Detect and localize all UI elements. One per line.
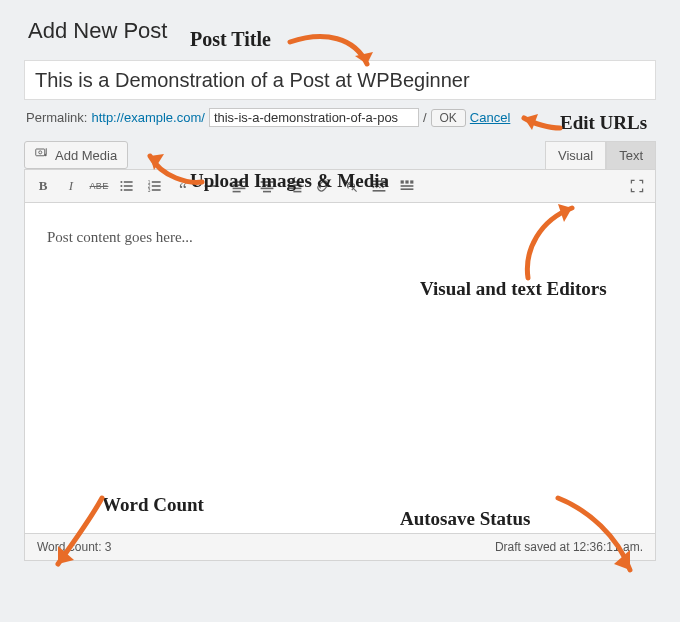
editor-toolbar: B I ABE 123 “ bbox=[25, 170, 655, 203]
svg-rect-6 bbox=[124, 185, 133, 187]
permalink-bar: Permalink: http://example.com/ / OK Canc… bbox=[26, 108, 654, 127]
strikethrough-button[interactable]: ABE bbox=[85, 174, 113, 198]
svg-point-5 bbox=[120, 185, 122, 187]
svg-rect-27 bbox=[293, 191, 301, 193]
svg-rect-17 bbox=[233, 184, 241, 186]
editor-status-bar: Word count: 3 Draft saved at 12:36:11 am… bbox=[25, 533, 655, 560]
svg-rect-25 bbox=[293, 184, 301, 186]
svg-rect-21 bbox=[263, 184, 271, 186]
insert-more-button[interactable] bbox=[365, 174, 393, 198]
numbered-list-button[interactable]: 123 bbox=[141, 174, 169, 198]
permalink-base-url: http://example.com/ bbox=[91, 110, 204, 125]
svg-rect-22 bbox=[261, 188, 274, 190]
svg-text:3: 3 bbox=[148, 188, 151, 193]
permalink-cancel-link[interactable]: Cancel bbox=[470, 110, 510, 125]
horizontal-rule-button[interactable] bbox=[197, 174, 225, 198]
remove-link-button[interactable] bbox=[337, 174, 365, 198]
svg-rect-8 bbox=[124, 189, 133, 191]
svg-rect-33 bbox=[401, 180, 404, 183]
svg-rect-12 bbox=[152, 185, 161, 187]
svg-rect-35 bbox=[410, 180, 413, 183]
toolbar-toggle-button[interactable] bbox=[393, 174, 421, 198]
page-heading: Add New Post bbox=[28, 18, 656, 44]
bulleted-list-button[interactable] bbox=[113, 174, 141, 198]
camera-music-icon bbox=[35, 146, 50, 164]
svg-rect-18 bbox=[233, 188, 246, 190]
svg-point-2 bbox=[44, 154, 46, 156]
permalink-slash: / bbox=[423, 110, 427, 125]
svg-rect-30 bbox=[373, 184, 386, 186]
svg-point-7 bbox=[120, 189, 122, 191]
svg-rect-36 bbox=[401, 185, 414, 187]
bold-button[interactable]: B bbox=[29, 174, 57, 198]
svg-rect-14 bbox=[152, 189, 161, 191]
svg-rect-32 bbox=[373, 190, 386, 192]
permalink-slug-input[interactable] bbox=[209, 108, 419, 127]
fullscreen-button[interactable] bbox=[623, 174, 651, 198]
svg-rect-24 bbox=[289, 181, 302, 183]
tab-visual[interactable]: Visual bbox=[545, 141, 606, 169]
svg-rect-0 bbox=[36, 149, 45, 156]
svg-rect-4 bbox=[124, 181, 133, 183]
add-media-label: Add Media bbox=[55, 148, 117, 163]
align-center-button[interactable] bbox=[253, 174, 281, 198]
svg-rect-26 bbox=[289, 188, 302, 190]
permalink-label: Permalink: bbox=[26, 110, 87, 125]
insert-link-button[interactable] bbox=[309, 174, 337, 198]
svg-rect-29 bbox=[373, 180, 386, 182]
permalink-ok-button[interactable]: OK bbox=[431, 109, 466, 127]
italic-button[interactable]: I bbox=[57, 174, 85, 198]
editor-tabs: Visual Text bbox=[545, 141, 656, 169]
svg-rect-37 bbox=[401, 188, 414, 190]
word-count-text: Word count: 3 bbox=[37, 540, 111, 554]
svg-rect-10 bbox=[152, 181, 161, 183]
svg-point-1 bbox=[39, 151, 42, 154]
svg-rect-16 bbox=[233, 181, 246, 183]
svg-rect-23 bbox=[263, 191, 271, 193]
tab-text[interactable]: Text bbox=[606, 141, 656, 169]
editor: B I ABE 123 “ bbox=[24, 169, 656, 561]
post-content-editor[interactable]: Post content goes here... bbox=[25, 203, 655, 533]
align-right-button[interactable] bbox=[281, 174, 309, 198]
post-title-input[interactable] bbox=[24, 60, 656, 100]
svg-rect-20 bbox=[261, 181, 274, 183]
svg-rect-19 bbox=[233, 191, 241, 193]
add-media-button[interactable]: Add Media bbox=[24, 141, 128, 169]
autosave-status-text: Draft saved at 12:36:11 am. bbox=[495, 540, 643, 554]
svg-rect-34 bbox=[405, 180, 408, 183]
blockquote-button[interactable]: “ bbox=[169, 174, 197, 198]
align-left-button[interactable] bbox=[225, 174, 253, 198]
svg-point-3 bbox=[120, 181, 122, 183]
svg-rect-15 bbox=[205, 185, 218, 187]
